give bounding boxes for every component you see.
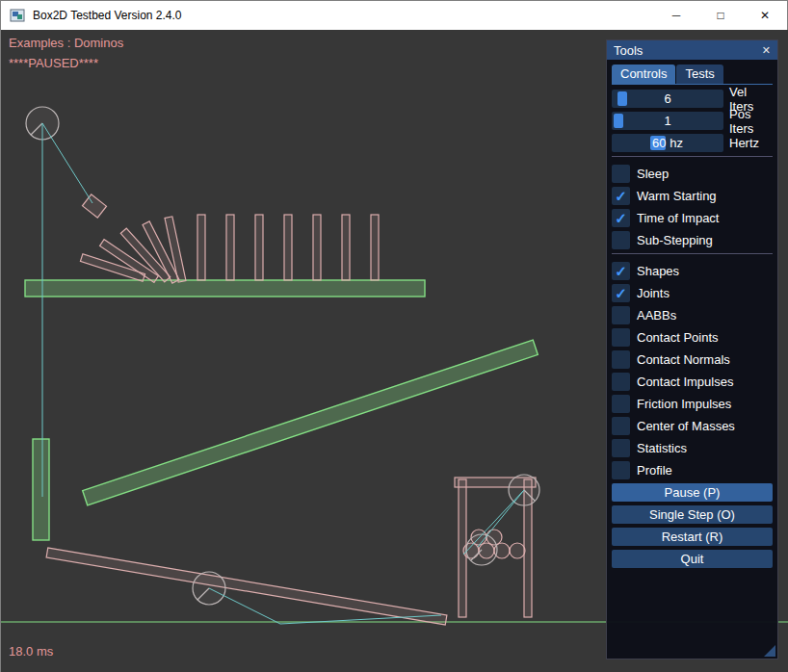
aabbs-label: AABBs [637,308,676,323]
option-contact-normals[interactable]: ✓ Contact Normals [612,350,773,369]
app-window: Box2D Testbed Version 2.4.0 ─ □ ✕ [0,0,788,672]
check-icon: ✓ [615,264,627,278]
option-sub-stepping[interactable]: ✓ Sub-Stepping [612,231,773,249]
aabbs-checkbox[interactable]: ✓ [612,306,630,324]
contact-points-label: Contact Points [637,330,719,345]
close-button[interactable]: ✕ [743,1,787,30]
contact-normals-label: Contact Normals [637,352,730,367]
tilted-plank [46,548,447,625]
fallen-dominos [80,217,186,283]
tab-controls[interactable]: Controls [612,65,675,84]
option-sleep[interactable]: ✓ Sleep [612,165,773,183]
contact-impulses-checkbox[interactable]: ✓ [612,373,630,391]
friction-impulses-checkbox[interactable]: ✓ [612,395,630,413]
statistics-checkbox[interactable]: ✓ [612,439,630,457]
window-titlebar[interactable]: Box2D Testbed Version 2.4.0 ─ □ ✕ [1,1,787,30]
resize-grip[interactable] [764,645,775,657]
tools-panel-title: Tools [614,43,643,58]
tools-panel-titlebar[interactable]: Tools ✕ [607,40,777,60]
pos-iters-slider[interactable]: 1 [612,112,723,130]
contact-points-checkbox[interactable]: ✓ [612,328,630,347]
separator [612,253,773,254]
maximize-button[interactable]: □ [698,1,743,30]
option-statistics[interactable]: ✓ Statistics [612,439,773,457]
center-of-masses-checkbox[interactable]: ✓ [612,417,630,435]
tools-panel-body: Controls Tests 6 Vel Iters 1 Pos Iters [607,60,777,659]
hertz-slider[interactable]: 60 hz [612,134,723,152]
center-of-masses-label: Center of Masses [637,419,735,433]
vel-iters-value: 6 [612,90,723,108]
time-of-impact-checkbox[interactable]: ✓ [612,209,630,227]
bottom-plank-assembly [46,548,447,625]
option-contact-impulses[interactable]: ✓ Contact Impulses [612,373,773,391]
single-step-button[interactable]: Single Step (O) [612,505,773,524]
option-shapes[interactable]: ✓ Shapes [612,262,773,280]
option-aabbs[interactable]: ✓ AABBs [612,306,773,324]
caption-buttons: ─ □ ✕ [654,1,787,30]
check-icon: ✓ [615,211,627,225]
joints-checkbox[interactable]: ✓ [612,284,630,302]
sleep-label: Sleep [637,167,669,181]
frame-time-label: 18.0 ms [9,644,53,659]
tools-panel: Tools ✕ Controls Tests 6 Vel Iters 1 [606,39,778,659]
option-contact-points[interactable]: ✓ Contact Points [612,328,773,347]
sub-stepping-label: Sub-Stepping [637,233,713,247]
warm-starting-label: Warm Starting [637,189,717,203]
vertical-block [33,439,49,540]
option-warm-starting[interactable]: ✓ Warm Starting [612,187,773,205]
sleep-checkbox[interactable]: ✓ [612,165,630,183]
warm-starting-checkbox[interactable]: ✓ [612,187,630,205]
standing-dominos [197,215,379,280]
pos-iters-value: 1 [612,112,723,130]
app-icon [10,8,25,23]
profile-checkbox[interactable]: ✓ [612,461,630,479]
contact-normals-checkbox[interactable]: ✓ [612,350,630,369]
example-label: Examples : Dominos [9,36,123,50]
check-icon: ✓ [615,286,627,300]
paused-label: ****PAUSED**** [9,56,98,70]
domino-shelf [25,280,425,297]
tools-panel-close-icon[interactable]: ✕ [762,44,771,57]
shapes-checkbox[interactable]: ✓ [612,262,630,280]
option-time-of-impact[interactable]: ✓ Time of Impact [612,209,773,227]
sub-stepping-checkbox[interactable]: ✓ [612,231,630,249]
tabbar: Controls Tests [612,64,773,85]
quit-button[interactable]: Quit [612,550,773,568]
option-center-of-masses[interactable]: ✓ Center of Masses [612,417,773,435]
option-friction-impulses[interactable]: ✓ Friction Impulses [612,395,773,413]
friction-impulses-label: Friction Impulses [637,397,731,411]
pos-iters-row: 1 Pos Iters [612,112,773,130]
minimize-button[interactable]: ─ [654,1,698,30]
option-profile[interactable]: ✓ Profile [612,461,773,479]
pause-button[interactable]: Pause (P) [612,483,773,502]
shapes-label: Shapes [637,264,679,278]
pos-iters-label: Pos Iters [729,107,773,136]
hertz-label: Hertz [729,136,759,150]
option-joints[interactable]: ✓ Joints [612,284,773,302]
separator [612,156,773,157]
window-title: Box2D Testbed Version 2.4.0 [33,9,182,22]
vel-iters-slider[interactable]: 6 [612,90,723,108]
joints-label: Joints [637,286,670,300]
restart-button[interactable]: Restart (R) [612,528,773,546]
time-of-impact-label: Time of Impact [637,211,719,225]
tab-tests[interactable]: Tests [676,65,722,84]
pendulum-bob [83,194,107,218]
statistics-label: Statistics [637,441,687,455]
pendulum [26,107,106,218]
ball-stand [455,475,539,617]
hertz-row: 60 hz Hertz [612,134,773,152]
contact-impulses-label: Contact Impulses [637,375,733,389]
vel-iters-row: 6 Vel Iters [612,90,773,108]
check-icon: ✓ [615,189,627,203]
hertz-value: 60 hz [612,134,723,152]
profile-label: Profile [637,463,672,478]
